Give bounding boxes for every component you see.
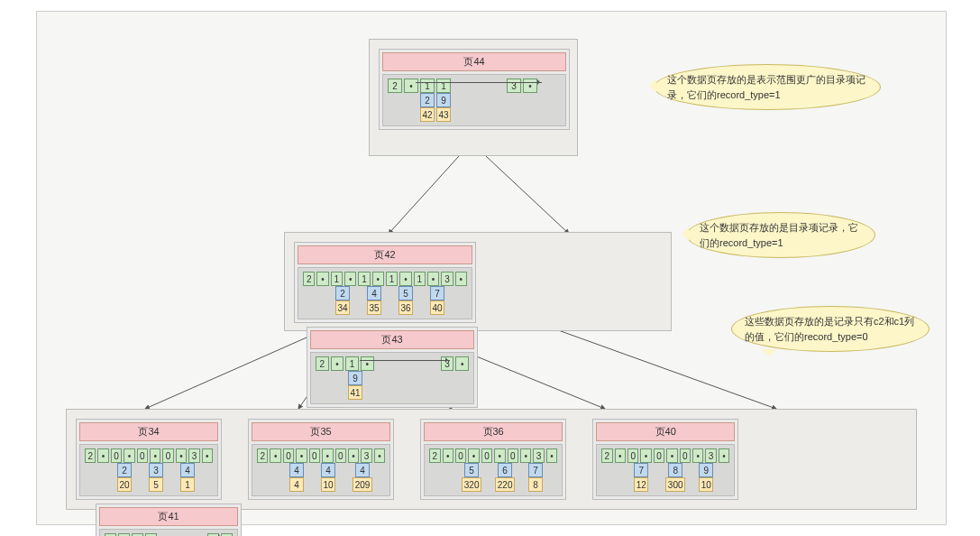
- c2-val: 8: [668, 463, 682, 477]
- rec-type: 0: [283, 448, 294, 463]
- callout-mid: 这个数据页存放的是目录项记录，它们的record_type=1: [686, 212, 875, 258]
- rec-type: 1: [345, 356, 359, 371]
- diagram-frame: 页44 2 1 1 3 242 943 页4: [36, 11, 947, 525]
- page-41: 页41 2 0 3 9100: [96, 504, 242, 536]
- dot: [640, 448, 651, 463]
- c1-val: 209: [353, 477, 372, 492]
- rec-dot: [427, 272, 439, 286]
- rec-type: 1: [331, 272, 343, 286]
- idx-key: 4: [367, 286, 381, 300]
- infimum-type: 2: [601, 448, 612, 463]
- infimum-type: 2: [303, 272, 315, 286]
- rec-dot: [344, 272, 356, 286]
- c2-val: 4: [321, 463, 335, 477]
- page-body: 2 0 0 0 3 44 410 4209: [252, 444, 390, 496]
- c2-val: 2: [117, 463, 132, 477]
- dot: [97, 448, 108, 463]
- page-ptr: 34: [335, 300, 350, 315]
- page-title: 页35: [252, 422, 390, 441]
- rec-type: 0: [654, 448, 664, 463]
- level-0-box: 页44 2 1 1 3 242 943: [369, 39, 578, 156]
- idx-key: 2: [335, 286, 350, 300]
- infimum-dot: [331, 356, 344, 371]
- dot: [468, 448, 479, 463]
- rec-type: 0: [309, 448, 320, 463]
- dot: [150, 448, 160, 463]
- c2-val: 4: [289, 463, 304, 477]
- rec-type: 0: [508, 448, 518, 463]
- page-42: 页42 2 1 1 1 1 3 234: [294, 242, 476, 323]
- supremum-type: 3: [188, 448, 199, 463]
- page-ptr: 41: [348, 385, 362, 400]
- supremum-type: 3: [705, 448, 716, 463]
- idx-key: 9: [436, 93, 451, 107]
- dot: [546, 448, 557, 463]
- c2-val: 7: [634, 463, 648, 477]
- supremum-dot: [523, 79, 537, 93]
- c1-val: 1: [180, 477, 195, 492]
- infimum-type: 2: [429, 448, 440, 463]
- c2-val: 4: [180, 463, 195, 477]
- dot: [692, 448, 703, 463]
- supremum-dot: [455, 356, 469, 371]
- level-2-box: 页34 2 0 0 0 3 220 35 41 页35: [66, 409, 917, 510]
- c2-val: 7: [528, 463, 543, 477]
- page-ptr: 40: [430, 300, 444, 315]
- rec-type: 1: [414, 272, 426, 286]
- rec-dot: [361, 356, 374, 371]
- dot: [176, 448, 187, 463]
- c2-val: 3: [149, 463, 163, 477]
- c1-val: 300: [665, 477, 685, 492]
- page-44: 页44 2 1 1 3 242 943: [379, 49, 570, 130]
- rec-type: 1: [420, 79, 435, 93]
- page-body: 2 1 1 3 242 943: [382, 74, 566, 126]
- dot: [374, 448, 385, 463]
- rec-type: 0: [162, 448, 173, 463]
- dot: [348, 448, 359, 463]
- page-36: 页36 2 0 0 0 3 5320 6220 78: [420, 419, 566, 500]
- page-ptr: 36: [398, 300, 413, 315]
- c1-val: 20: [117, 477, 132, 492]
- page-35: 页35 2 0 0 0 3 44 410 4209: [248, 419, 394, 500]
- infimum-dot: [316, 272, 328, 286]
- page-title: 页43: [310, 330, 474, 349]
- link-arrow: [360, 360, 450, 361]
- supremum-type: 3: [361, 448, 371, 463]
- rec-type: 0: [680, 448, 691, 463]
- page-ptr: 35: [367, 300, 381, 315]
- c2-val: 9: [699, 463, 713, 477]
- page-body: 2 1 3 941: [310, 352, 474, 404]
- c1-val: 4: [289, 477, 304, 492]
- c1-val: 10: [699, 477, 713, 492]
- c1-val: 320: [462, 477, 481, 492]
- rec-type: 0: [335, 448, 346, 463]
- infimum-dot: [404, 79, 418, 93]
- dot: [615, 448, 626, 463]
- infimum-type: 2: [316, 356, 329, 371]
- callout-bot: 这些数据页存放的是记录只有c2和c1列的值，它们的record_type=0: [731, 306, 930, 352]
- rec-type: 1: [358, 272, 370, 286]
- page-title: 页36: [424, 422, 563, 441]
- rec-type: 0: [137, 448, 148, 463]
- rec-type: 0: [111, 448, 122, 463]
- rec-type: 1: [386, 272, 398, 286]
- infimum-type: 2: [257, 448, 268, 463]
- page-body: 2 0 0 0 3 5320 6220 78: [424, 444, 563, 496]
- supremum-type: 3: [507, 79, 521, 93]
- dot: [494, 448, 505, 463]
- dot: [202, 448, 213, 463]
- page-title: 页34: [79, 422, 218, 441]
- c1-val: 220: [495, 477, 515, 492]
- c2-val: 4: [355, 463, 370, 477]
- level-1-box: 页42 2 1 1 1 1 3 234: [284, 232, 672, 331]
- svg-line-1: [486, 156, 569, 234]
- idx-key: 2: [420, 93, 435, 107]
- c1-val: 8: [528, 477, 543, 492]
- page-title: 页40: [596, 422, 735, 441]
- dot: [443, 448, 453, 463]
- c1-val: 10: [321, 477, 335, 492]
- page-body: 2 1 1 1 1 3 234 435 536 74: [298, 267, 472, 319]
- page-body: 2 0 3 9100: [99, 529, 238, 536]
- rec-type: 0: [481, 448, 492, 463]
- dot: [124, 448, 134, 463]
